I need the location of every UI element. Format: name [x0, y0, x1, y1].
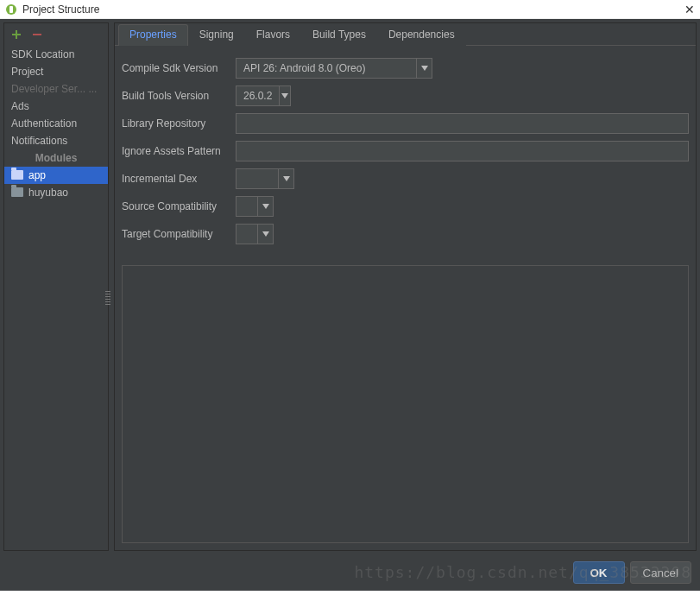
sidebar-item-sdk-location[interactable]: SDK Location [4, 46, 108, 63]
sidebar-item-notifications[interactable]: Notifications [4, 132, 108, 149]
dialog-footer: OK Cancel [0, 554, 700, 591]
ignore-assets-label: Ignore Assets Pattern [122, 145, 236, 157]
compile-sdk-value: API 26: Android 8.0 (Oreo) [236, 62, 416, 74]
sidebar-item-developer-services[interactable]: Developer Ser... ... [4, 80, 108, 98]
close-icon[interactable]: ✕ [684, 3, 695, 16]
chevron-down-icon [416, 59, 432, 78]
cancel-button[interactable]: Cancel [630, 561, 692, 584]
nav-list: SDK Location Project Developer Ser... ..… [4, 46, 108, 201]
source-compat-label: Source Compatibility [122, 200, 236, 212]
module-label: huyubao [28, 187, 68, 199]
splitter-grip[interactable] [105, 291, 110, 307]
remove-icon[interactable] [30, 28, 44, 41]
sidebar-item-project[interactable]: Project [4, 63, 108, 80]
folder-icon [11, 187, 23, 197]
add-icon[interactable] [9, 28, 23, 41]
tab-properties[interactable]: Properties [118, 24, 188, 46]
output-panel [122, 265, 689, 543]
svg-rect-2 [33, 34, 41, 35]
ok-button[interactable]: OK [573, 561, 625, 584]
tab-flavors[interactable]: Flavors [245, 24, 301, 46]
target-compat-label: Target Compatibility [122, 228, 236, 240]
sidebar: SDK Location Project Developer Ser... ..… [3, 22, 109, 551]
tab-dependencies[interactable]: Dependencies [377, 24, 466, 46]
module-item-app[interactable]: app [4, 167, 108, 184]
chevron-down-icon [257, 225, 273, 244]
chevron-down-icon [279, 86, 290, 105]
target-compat-combo[interactable] [236, 224, 274, 244]
incremental-dex-label: Incremental Dex [122, 173, 236, 185]
build-tools-value: 26.0.2 [236, 90, 279, 102]
compile-sdk-label: Compile Sdk Version [122, 62, 236, 74]
folder-icon [11, 170, 23, 180]
ignore-assets-input[interactable] [236, 141, 689, 161]
sidebar-toolbar [4, 23, 108, 46]
chevron-down-icon [257, 197, 273, 216]
properties-form: Compile Sdk Version API 26: Android 8.0 … [115, 46, 696, 258]
sidebar-item-authentication[interactable]: Authentication [4, 115, 108, 132]
incremental-dex-combo[interactable] [236, 168, 294, 189]
sidebar-item-ads[interactable]: Ads [4, 98, 108, 115]
tab-signing[interactable]: Signing [188, 24, 245, 46]
app-icon [5, 3, 17, 16]
build-tools-label: Build Tools Version [122, 90, 236, 102]
modules-header: Modules [4, 149, 108, 167]
library-repo-input[interactable] [236, 113, 689, 134]
titlebar: Project Structure ✕ [0, 0, 700, 19]
compile-sdk-combo[interactable]: API 26: Android 8.0 (Oreo) [236, 58, 432, 79]
module-item-huyubao[interactable]: huyubao [4, 184, 108, 201]
library-repo-label: Library Repository [122, 117, 236, 130]
chevron-down-icon [278, 169, 293, 188]
source-compat-combo[interactable] [236, 196, 274, 217]
tabs: Properties Signing Flavors Build Types D… [115, 23, 696, 46]
tab-build-types[interactable]: Build Types [301, 24, 377, 46]
svg-rect-1 [9, 6, 13, 13]
window-title: Project Structure [22, 3, 99, 16]
build-tools-combo[interactable]: 26.0.2 [236, 85, 291, 106]
module-label: app [28, 169, 46, 181]
main-panel: Properties Signing Flavors Build Types D… [114, 22, 697, 551]
